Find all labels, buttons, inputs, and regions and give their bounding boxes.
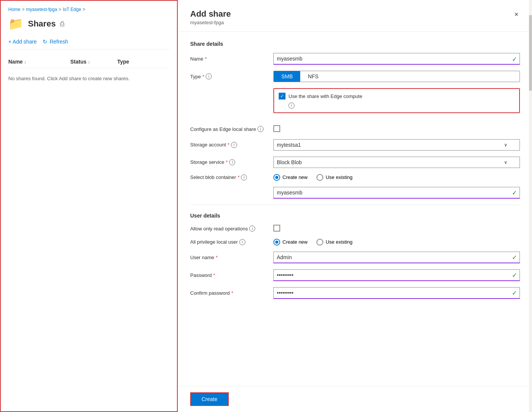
blob-create-new-label: Create new [282, 174, 307, 180]
col-name-header: Name ↕ [8, 59, 69, 65]
type-field-row: Type * i SMB NFS [190, 71, 520, 82]
edge-local-checkbox-wrapper [273, 125, 520, 133]
status-col-label: Status [70, 59, 87, 65]
confirm-password-check-icon: ✓ [512, 289, 517, 297]
blob-container-info-icon[interactable]: i [241, 174, 247, 180]
storage-service-row: Storage service * i Block Blob ∨ [190, 157, 520, 168]
password-input-wrapper: ✓ [273, 269, 520, 281]
name-input[interactable] [273, 53, 520, 65]
confirm-password-required: * [231, 290, 233, 296]
breadcrumb-home[interactable]: Home [8, 7, 20, 12]
breadcrumb-section[interactable]: IoT Edge [63, 7, 81, 12]
blob-use-existing-option[interactable]: Use existing [316, 174, 352, 181]
privilege-user-info-icon[interactable]: i [239, 239, 245, 245]
drawer-body: Share details Name * ✓ Type * i SMB NF [178, 32, 532, 386]
type-toggle-wrapper: SMB NFS [273, 71, 520, 82]
confirm-password-label-text: Confirm password [190, 290, 230, 296]
add-share-button[interactable]: + Add share [8, 39, 37, 45]
storage-service-chevron: ∨ [504, 160, 507, 165]
name-check-icon: ✓ [512, 55, 517, 62]
username-label-text: User name [190, 255, 214, 260]
folder-icon: 📁 [8, 17, 23, 31]
confirm-password-label: Confirm password * [190, 290, 273, 296]
storage-service-required: * [226, 159, 228, 165]
type-info-icon[interactable]: i [206, 73, 212, 79]
privilege-use-existing-radio[interactable] [316, 239, 323, 246]
privilege-create-new-radio[interactable] [273, 239, 280, 246]
username-required: * [216, 255, 218, 260]
close-button[interactable]: × [513, 9, 520, 20]
storage-service-label-text: Storage service [190, 159, 224, 165]
section-divider [190, 205, 520, 205]
type-col-label: Type [117, 59, 129, 65]
status-sort-icon[interactable]: ↕ [88, 60, 90, 64]
storage-account-chevron: ∨ [504, 142, 507, 148]
type-label: Type * i [190, 73, 273, 79]
privilege-user-label: All privilege local user i [190, 239, 273, 245]
edge-compute-info-icon[interactable]: i [288, 103, 295, 109]
breadcrumb-sep2: > [59, 7, 61, 12]
privilege-use-existing-option[interactable]: Use existing [316, 239, 352, 246]
scrollbar[interactable] [529, 0, 532, 412]
privilege-use-existing-label: Use existing [326, 239, 352, 245]
col-status-header: Status ↕ [70, 59, 116, 65]
username-input[interactable] [273, 252, 520, 263]
storage-account-value: mytestsa1 [277, 142, 301, 148]
password-input[interactable] [273, 269, 520, 281]
password-required: * [213, 272, 215, 278]
username-input-wrapper: ✓ [273, 252, 520, 263]
edge-local-info-icon[interactable]: i [257, 126, 264, 132]
storage-service-info-icon[interactable]: i [229, 159, 235, 165]
storage-account-info-icon[interactable]: i [231, 142, 237, 148]
refresh-button[interactable]: ↻ Refresh [43, 39, 68, 45]
edge-local-row: Configure as Edge local share i [190, 125, 520, 133]
allow-read-info-icon[interactable]: i [249, 225, 255, 232]
blob-create-new-inner [275, 176, 278, 179]
storage-service-value: Block Blob [277, 159, 302, 165]
smb-toggle[interactable]: SMB [274, 71, 300, 82]
privilege-create-new-label: Create new [282, 239, 307, 245]
blob-create-new-option[interactable]: Create new [273, 174, 307, 181]
page-title: Shares [28, 19, 56, 29]
breadcrumb-device[interactable]: myasetest-fpga [26, 7, 57, 12]
storage-account-required: * [228, 142, 230, 148]
edge-local-checkbox[interactable] [273, 125, 280, 132]
refresh-label: Refresh [50, 39, 68, 45]
nfs-toggle[interactable]: NFS [300, 71, 326, 82]
create-button[interactable]: Create [190, 392, 229, 406]
name-label: Name * [190, 56, 273, 62]
breadcrumb-sep1: > [22, 7, 25, 12]
blob-value-input[interactable] [273, 187, 520, 199]
name-sort-icon[interactable]: ↕ [24, 60, 26, 64]
empty-message: No shares found. Click Add share to crea… [8, 76, 169, 81]
storage-account-dropdown[interactable]: mytestsa1 ∨ [273, 139, 520, 151]
storage-account-dropdown-wrapper: mytestsa1 ∨ [273, 139, 520, 151]
username-row: User name * ✓ [190, 252, 520, 263]
blob-container-row: Select blob container * i Create new Use… [190, 174, 520, 181]
edge-compute-checkbox[interactable]: ✓ [279, 93, 285, 100]
password-row: Password * ✓ [190, 269, 520, 281]
blob-container-label-text: Select blob container [190, 174, 236, 180]
name-required: * [205, 56, 207, 62]
blob-container-label: Select blob container * i [190, 174, 273, 180]
storage-service-dropdown-wrapper: Block Blob ∨ [273, 157, 520, 168]
print-icon[interactable]: ⎙ [60, 20, 64, 28]
drawer-title: Add share [190, 9, 231, 19]
allow-read-checkbox[interactable] [273, 225, 280, 232]
name-label-text: Name [190, 56, 203, 62]
storage-service-label: Storage service * i [190, 159, 273, 165]
storage-service-dropdown[interactable]: Block Blob ∨ [273, 157, 520, 168]
blob-use-existing-radio[interactable] [316, 174, 323, 181]
username-label: User name * [190, 255, 273, 260]
confirm-password-input-wrapper: ✓ [273, 287, 520, 299]
share-details-section-title: Share details [190, 41, 520, 47]
name-col-label: Name [8, 59, 23, 65]
add-share-drawer: Add share myasetest-fpga × Share details… [178, 0, 532, 412]
blob-create-new-radio[interactable] [273, 174, 280, 181]
privilege-create-new-inner [275, 241, 278, 244]
confirm-password-input[interactable] [273, 287, 520, 299]
blob-container-radio-wrapper: Create new Use existing [273, 174, 520, 181]
blob-container-required: * [237, 174, 239, 180]
privilege-create-new-option[interactable]: Create new [273, 239, 307, 246]
scrollbar-thumb[interactable] [529, 15, 532, 91]
